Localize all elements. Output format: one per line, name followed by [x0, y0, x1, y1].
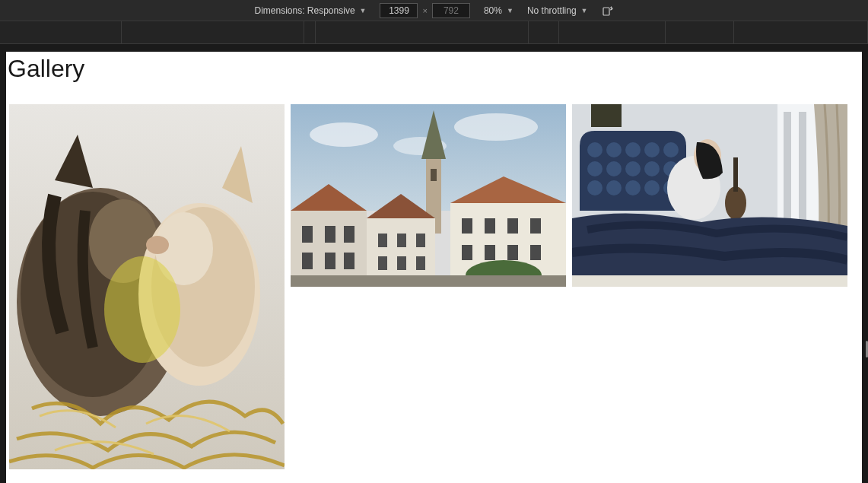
dimensions-label: Dimensions: Responsive — [255, 5, 355, 16]
svg-point-57 — [625, 161, 641, 176]
svg-point-63 — [644, 180, 660, 195]
viewport-wrapper: Gallery — [0, 44, 868, 483]
rendered-page[interactable]: Gallery — [6, 52, 862, 483]
svg-point-50 — [587, 142, 603, 157]
page-title: Gallery — [6, 52, 862, 83]
svg-rect-49 — [591, 104, 622, 127]
throttling-dropdown[interactable]: No throttling ▼ — [527, 5, 588, 16]
secondary-bar — [0, 21, 868, 44]
svg-rect-66 — [733, 157, 738, 192]
svg-rect-36 — [485, 218, 495, 234]
svg-point-8 — [146, 236, 169, 254]
svg-rect-39 — [462, 245, 472, 260]
rotate-icon — [602, 5, 614, 17]
dimensions-dropdown[interactable]: Dimensions: Responsive ▼ — [255, 5, 367, 16]
width-input[interactable] — [380, 3, 418, 18]
gallery-image-bedroom[interactable] — [572, 104, 847, 287]
svg-rect-42 — [530, 245, 541, 260]
svg-point-60 — [587, 180, 603, 195]
svg-point-58 — [644, 161, 660, 176]
svg-rect-29 — [416, 234, 425, 247]
svg-point-54 — [663, 142, 679, 157]
height-input[interactable] — [432, 3, 470, 18]
svg-rect-22 — [302, 253, 313, 269]
rotate-button[interactable] — [602, 5, 614, 17]
svg-point-51 — [606, 142, 622, 157]
svg-rect-44 — [291, 275, 566, 287]
throttling-label: No throttling — [527, 5, 577, 16]
dimension-separator: × — [422, 6, 427, 15]
svg-point-11 — [310, 122, 378, 147]
svg-rect-23 — [325, 253, 335, 269]
svg-point-55 — [587, 161, 603, 176]
zoom-label: 80% — [484, 5, 502, 16]
svg-rect-30 — [378, 256, 387, 270]
svg-point-53 — [644, 142, 660, 157]
svg-rect-69 — [572, 275, 847, 287]
svg-rect-0 — [603, 8, 609, 15]
svg-rect-20 — [325, 226, 335, 243]
svg-rect-27 — [378, 234, 387, 247]
dimension-inputs: × — [380, 3, 469, 18]
svg-rect-19 — [302, 226, 313, 243]
svg-rect-32 — [416, 256, 425, 270]
svg-rect-38 — [530, 218, 541, 234]
svg-rect-28 — [397, 234, 406, 247]
caret-down-icon: ▼ — [360, 7, 367, 14]
svg-point-62 — [625, 180, 641, 195]
svg-rect-31 — [397, 256, 406, 270]
svg-point-61 — [606, 180, 622, 195]
svg-rect-37 — [507, 218, 518, 234]
svg-point-52 — [625, 142, 641, 157]
devtools-device-toolbar: Dimensions: Responsive ▼ × 80% ▼ No thro… — [0, 0, 868, 21]
svg-rect-21 — [344, 226, 355, 243]
gallery — [6, 83, 862, 469]
zoom-dropdown[interactable]: 80% ▼ — [484, 5, 513, 16]
gallery-image-cats[interactable] — [9, 104, 285, 469]
svg-point-9 — [104, 256, 180, 363]
svg-rect-35 — [462, 218, 472, 234]
caret-down-icon: ▼ — [507, 7, 513, 14]
svg-point-56 — [606, 161, 622, 176]
svg-rect-24 — [344, 253, 355, 269]
svg-rect-16 — [431, 169, 437, 181]
svg-rect-40 — [485, 245, 495, 260]
gallery-image-town[interactable] — [291, 104, 566, 287]
caret-down-icon: ▼ — [581, 7, 588, 14]
svg-point-12 — [454, 113, 538, 141]
svg-rect-41 — [507, 245, 518, 260]
